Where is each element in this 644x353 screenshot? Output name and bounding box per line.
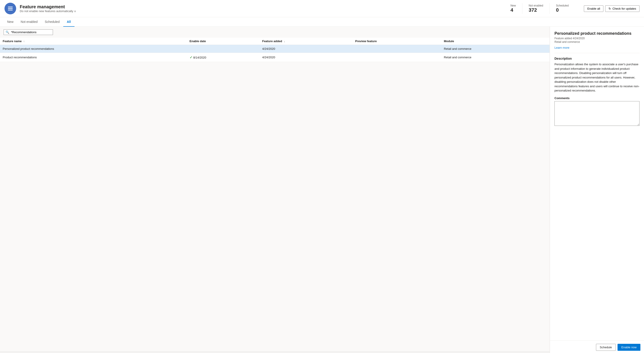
enable-date-value: 8/14/2020 <box>193 56 206 59</box>
app-logo <box>4 3 16 14</box>
title-block: Feature management Do not enable new fea… <box>20 4 76 13</box>
stat-not-enabled: Not enabled 372 <box>522 3 550 14</box>
stat-scheduled-value: 0 <box>556 7 569 13</box>
cell-enable-date <box>187 45 260 53</box>
enable-now-button[interactable]: Enable now <box>618 344 640 351</box>
tab-new[interactable]: New <box>4 17 17 27</box>
sort-asc-icon: ↑ <box>23 40 25 43</box>
detail-feature-added: Feature added 4/24/2020 <box>554 37 640 40</box>
cell-feature-added: 4/24/2020 <box>260 53 352 62</box>
cell-enable-date: ✓ 8/14/2020 <box>187 53 260 62</box>
subtitle-text: Do not enable new features automatically <box>20 9 73 13</box>
table-header: Feature name ↑ Enable date Feature added… <box>0 38 550 45</box>
cell-preview-feature <box>352 45 441 53</box>
left-panel: 🔍 Feature name ↑ Enable date <box>0 27 550 353</box>
cell-feature-name: Product recommendations <box>0 53 187 62</box>
search-input[interactable] <box>11 30 51 34</box>
tab-all[interactable]: All <box>63 17 74 27</box>
col-feature-added[interactable]: Feature added ↓ <box>260 38 352 45</box>
stat-scheduled: Scheduled 0 <box>550 3 575 14</box>
feature-table-container: Feature name ↑ Enable date Feature added… <box>0 38 550 351</box>
col-preview-feature[interactable]: Preview feature <box>352 38 441 45</box>
detail-title: Personalized product recommendations <box>554 31 640 36</box>
detail-module: Retail and commerce <box>554 40 640 43</box>
cell-feature-added: 4/24/2020 <box>260 45 352 53</box>
stat-scheduled-label: Scheduled <box>556 4 569 7</box>
learn-more-link[interactable]: Learn more <box>554 46 569 49</box>
logo-icon <box>7 5 14 12</box>
col-preview-feature-label: Preview feature <box>355 39 377 43</box>
subtitle-dropdown[interactable]: Do not enable new features automatically… <box>20 9 76 13</box>
chevron-down-icon: ∨ <box>74 10 76 13</box>
table-row[interactable]: Personalized product recommendations 4/2… <box>0 45 550 53</box>
search-wrapper: 🔍 <box>4 29 53 35</box>
horizontal-scrollbar[interactable] <box>0 351 550 353</box>
detail-divider <box>554 53 640 53</box>
stat-new-value: 4 <box>510 7 516 13</box>
tab-scheduled-label: Scheduled <box>45 20 60 23</box>
tab-not-enabled[interactable]: Not enabled <box>17 17 41 27</box>
enable-all-button[interactable]: Enable all <box>584 5 604 12</box>
comments-label: Comments <box>554 96 640 100</box>
description-text: Personalization allows the system to ass… <box>554 62 640 93</box>
col-feature-name-label: Feature name <box>3 39 22 43</box>
stat-not-enabled-value: 372 <box>529 7 543 13</box>
detail-content: Personalized product recommendations Fea… <box>550 27 644 341</box>
col-feature-name[interactable]: Feature name ↑ <box>0 38 187 45</box>
svg-rect-2 <box>8 10 13 10</box>
stats-block: New 4 Not enabled 372 Scheduled 0 <box>504 3 575 14</box>
stat-not-enabled-label: Not enabled <box>529 4 543 7</box>
tabs-bar: New Not enabled Scheduled All <box>0 17 644 27</box>
svg-rect-1 <box>8 8 13 9</box>
tab-all-label: All <box>67 20 71 23</box>
schedule-button[interactable]: Schedule <box>596 344 616 351</box>
tab-scheduled[interactable]: Scheduled <box>41 17 63 27</box>
feature-table: Feature name ↑ Enable date Feature added… <box>0 38 550 62</box>
detail-footer: Schedule Enable now <box>550 341 644 353</box>
check-updates-button[interactable]: ↻ Check for updates <box>605 5 640 12</box>
refresh-icon: ↻ <box>608 7 611 10</box>
cell-module: Retail and commerce <box>441 53 550 62</box>
tab-not-enabled-label: Not enabled <box>21 20 38 23</box>
search-icon: 🔍 <box>6 30 9 34</box>
main-content: 🔍 Feature name ↑ Enable date <box>0 27 644 353</box>
right-panel: Personalized product recommendations Fea… <box>550 27 644 353</box>
cell-preview-feature <box>352 53 441 62</box>
description-title: Description <box>554 57 640 60</box>
sort-desc-icon: ↓ <box>284 40 285 43</box>
stat-new-label: New <box>510 4 516 7</box>
cell-module: Retail and commerce <box>441 45 550 53</box>
table-row[interactable]: Product recommendations ✓ 8/14/2020 4/24… <box>0 53 550 62</box>
col-enable-date[interactable]: Enable date <box>187 38 260 45</box>
col-module[interactable]: Module <box>441 38 550 45</box>
table-body: Personalized product recommendations 4/2… <box>0 45 550 62</box>
col-module-label: Module <box>444 39 454 43</box>
enabled-check-icon: ✓ <box>190 55 192 59</box>
page-header: Feature management Do not enable new fea… <box>0 0 644 17</box>
stat-new: New 4 <box>504 3 522 14</box>
page-title: Feature management <box>20 4 76 9</box>
cell-feature-name: Personalized product recommendations <box>0 45 187 53</box>
search-bar: 🔍 <box>0 27 550 38</box>
col-feature-added-label: Feature added <box>262 39 282 43</box>
tab-new-label: New <box>7 20 14 23</box>
svg-rect-0 <box>8 7 13 7</box>
col-enable-date-label: Enable date <box>190 39 206 43</box>
check-updates-label: Check for updates <box>612 7 636 10</box>
header-actions: Enable all ↻ Check for updates <box>584 5 640 12</box>
comments-input[interactable] <box>554 101 640 126</box>
